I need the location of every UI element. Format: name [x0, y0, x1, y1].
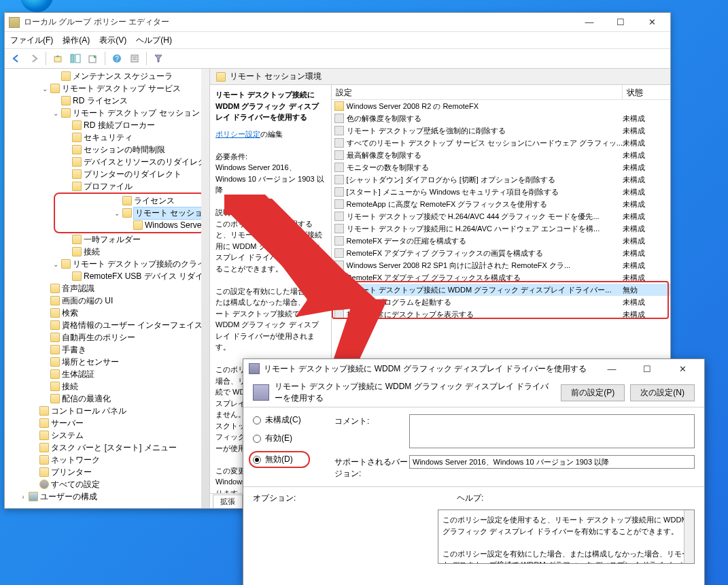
setting-row[interactable]: RemoteFX アダプティブ グラフィックスを構成する未構成	[332, 271, 670, 284]
setting-row[interactable]: 接続時に常にデスクトップを表示する未構成	[332, 308, 670, 320]
tree-item[interactable]: プリンター	[5, 466, 209, 478]
tree-item[interactable]: 接続	[5, 380, 209, 392]
setting-row[interactable]: リモート デスクトップ接続で H.264/AVC 444 グラフィック モードを…	[332, 210, 670, 222]
tab-extended[interactable]: 拡張	[213, 495, 243, 508]
maximize-button[interactable]: ☐	[610, 17, 631, 27]
back-button[interactable]	[9, 51, 24, 66]
tree-item[interactable]: メンテナンス スケジューラ	[5, 70, 209, 82]
dialog-titlebar[interactable]: リモート デスクトップ接続に WDDM グラフィック ディスプレイ ドライバーを…	[243, 359, 704, 378]
tree-item[interactable]: Windows Server 2008 R2	[55, 219, 204, 231]
tree-item[interactable]: すべての設定	[5, 478, 209, 490]
tree-item[interactable]: セッションの時間制限	[5, 144, 209, 156]
tree-item[interactable]: 場所とセンサー	[5, 356, 209, 368]
explain-p1: このポリシー設定を使用すると、リモート デスクトップ接続用に WDDM グラフィ…	[215, 218, 326, 275]
tree-item[interactable]: 検索	[5, 307, 209, 319]
export-button[interactable]	[86, 51, 101, 66]
requirements-label: 必要条件:	[215, 151, 326, 163]
tree-item[interactable]: RemoteFX USB デバイス リダイ	[5, 270, 209, 282]
setting-row[interactable]: [シャットダウン] ダイアログから [切断] オプションを削除する未構成	[332, 173, 670, 186]
tree-item[interactable]: ⌄リモート デスクトップ サービス	[5, 82, 209, 95]
menu-help[interactable]: ヘルプ(H)	[136, 35, 172, 46]
menu-action[interactable]: 操作(A)	[63, 35, 90, 46]
edit-policy-link[interactable]: ポリシー設定	[215, 130, 260, 138]
tree-pane[interactable]: メンテナンス スケジューラ⌄リモート デスクトップ サービスRD ライセンス⌄リ…	[5, 69, 210, 508]
setting-row[interactable]: 色の解像度を制限する未構成	[332, 112, 670, 124]
tree-item[interactable]: コントロール パネル	[5, 405, 209, 417]
folder-icon	[216, 72, 226, 82]
help-text-box[interactable]: このポリシー設定を使用すると、リモート デスクトップ接続用に WDDM グラフィ…	[438, 509, 695, 564]
setting-icon	[334, 224, 344, 233]
tree-item[interactable]: 自動再生のポリシー	[5, 331, 209, 344]
tree-item[interactable]: 画面の端の UI	[5, 295, 209, 307]
dlg-close-button[interactable]: ✕	[670, 364, 695, 374]
setting-row[interactable]: リモート デスクトップ接続用に H.264/AVC ハードウェア エンコードを構…	[332, 222, 670, 235]
setting-icon	[334, 199, 344, 209]
radio-not-configured[interactable]: 未構成(C)	[253, 414, 321, 426]
dialog-subtitle: リモート デスクトップ接続に WDDM グラフィック ディスプレイ ドライバーを…	[275, 381, 555, 404]
setting-row[interactable]: リモート デスクトップ壁紙を強制的に削除する未構成	[332, 124, 670, 137]
setting-row[interactable]: RemoteFX アダプティブ グラフィックスの画質を構成する未構成	[332, 247, 670, 259]
titlebar[interactable]: ローカル グループ ポリシー エディター — ☐ ✕	[5, 13, 670, 32]
prev-setting-button[interactable]: 前の設定(P)	[561, 384, 625, 401]
tree-item[interactable]: 資格情報のユーザー インターフェイス	[5, 319, 209, 331]
setting-row[interactable]: RemoteFX データの圧縮を構成する未構成	[332, 235, 670, 247]
tree-item[interactable]: デバイスとリソースのリダイレクト	[5, 156, 209, 168]
setting-icon	[334, 212, 344, 221]
col-setting[interactable]: 設定	[332, 85, 623, 99]
setting-icon	[334, 114, 344, 123]
toolbar: ?	[5, 48, 670, 69]
comment-label: コメント:	[334, 414, 409, 448]
tree-item[interactable]: 生体認証	[5, 368, 209, 380]
setting-row[interactable]: リモート デスクトップ接続に WDDM グラフィック ディスプレイ ドライバー.…	[332, 284, 670, 296]
dlg-maximize-button[interactable]: ☐	[635, 364, 659, 374]
app-icon	[9, 17, 20, 28]
up-button[interactable]	[50, 51, 65, 66]
dlg-minimize-button[interactable]: —	[600, 364, 624, 374]
setting-row[interactable]: 最高解像度を制限する未構成	[332, 149, 670, 161]
setting-row[interactable]: Windows Server 2008 R2 SP1 向けに設計された Remo…	[332, 259, 670, 271]
tree-item[interactable]: タスク バーと [スタート] メニュー	[5, 441, 209, 454]
tree-item[interactable]: プロファイル	[5, 180, 209, 193]
tree-item[interactable]: システム	[5, 429, 209, 441]
forward-button[interactable]	[27, 51, 41, 66]
tree-item[interactable]: サーバー	[5, 417, 209, 429]
minimize-button[interactable]: —	[579, 17, 600, 27]
setting-row[interactable]: Windows Server 2008 R2 の RemoteFX	[332, 100, 670, 112]
tree-item[interactable]: 一時フォルダー	[5, 233, 209, 246]
tree-item[interactable]: ›ユーザーの構成	[5, 490, 209, 503]
tree-item[interactable]: 音声認識	[5, 282, 209, 295]
setting-row[interactable]: RemoteApp に高度な RemoteFX グラフィックスを使用する未構成	[332, 198, 670, 210]
tree-item[interactable]: ネットワーク	[5, 454, 209, 466]
tree-item[interactable]: RD 接続ブローカー	[5, 119, 209, 131]
svg-rect-0	[54, 56, 61, 62]
menu-view[interactable]: 表示(V)	[99, 35, 126, 46]
tree-item[interactable]: 配信の最適化	[5, 392, 209, 405]
policy-dialog: リモート デスクトップ接続に WDDM グラフィック ディスプレイ ドライバーを…	[243, 358, 705, 585]
tree-item[interactable]: ⌄リモート デスクトップ接続のクライアン	[5, 258, 209, 270]
show-hide-tree-button[interactable]	[68, 51, 83, 66]
setting-row[interactable]: [スタート] メニューから Windows セキュリティ項目を削除する未構成	[332, 186, 670, 198]
setting-row[interactable]: 接続時にプログラムを起動する未構成	[332, 296, 670, 308]
tree-item[interactable]: セキュリティ	[5, 131, 209, 144]
setting-row[interactable]: モニターの数を制限する未構成	[332, 161, 670, 173]
tree-item[interactable]: 手書き	[5, 344, 209, 356]
radio-disabled[interactable]: 無効(D)	[253, 454, 306, 465]
properties-button[interactable]	[127, 51, 142, 66]
tree-item[interactable]: プリンターのリダイレクト	[5, 168, 209, 180]
tree-item[interactable]: RD ライセンス	[5, 95, 209, 107]
radio-enabled[interactable]: 有効(E)	[253, 433, 321, 444]
setting-icon	[334, 261, 344, 270]
tree-item[interactable]: 接続	[5, 246, 209, 258]
close-button[interactable]: ✕	[642, 17, 662, 27]
help-button[interactable]: ?	[109, 51, 124, 66]
comment-textarea[interactable]	[409, 414, 695, 448]
col-state[interactable]: 状態	[623, 85, 670, 99]
tree-item[interactable]: ⌄リモート デスクトップ セッション ホスト	[5, 107, 209, 119]
menu-file[interactable]: ファイル(F)	[10, 35, 53, 46]
setting-icon	[334, 285, 344, 295]
filter-button[interactable]	[151, 51, 166, 66]
tree-item[interactable]: ライセンス	[55, 195, 204, 207]
tree-item[interactable]: ⌄リモート セッション環境	[55, 207, 204, 219]
setting-row[interactable]: すべてのリモート デスクトップ サービス セッションにハードウェア グラフィッ.…	[332, 137, 670, 149]
next-setting-button[interactable]: 次の設定(N)	[630, 384, 695, 401]
